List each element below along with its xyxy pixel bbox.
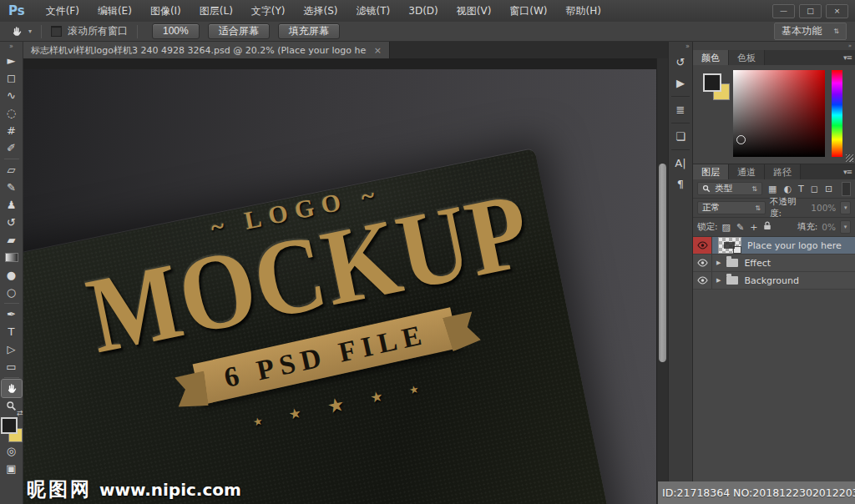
type-layer-filter-icon[interactable]: T (798, 184, 804, 194)
blur-tool[interactable]: ● (2, 266, 22, 284)
layer-row-content[interactable]: ▶Background (712, 272, 855, 289)
shape-layer-filter-icon[interactable]: ◻ (811, 184, 818, 194)
layer-visibility-toggle[interactable] (693, 272, 712, 289)
menu-item-view[interactable]: 视图(V) (448, 1, 501, 22)
menu-item-help[interactable]: 帮助(H) (557, 1, 610, 22)
styles-panel-icon[interactable]: ❏ (669, 126, 692, 147)
gradient-tool[interactable] (2, 249, 22, 266)
layers-panel-menu-icon[interactable]: ▾≡ (843, 168, 852, 176)
menu-item-file[interactable]: 文件(F) (37, 1, 89, 22)
history-brush-tool[interactable]: ↺ (2, 214, 22, 231)
canvas-image[interactable]: ~ LOGO ~ MOCKUP 6 PSD FILE ★★★★★ 昵图网 www… (23, 69, 656, 504)
watermark-site-url: www.nipic.com (99, 480, 241, 500)
eyedropper-tool[interactable]: ✐ (2, 139, 22, 157)
scroll-all-windows-label: 滚动所有窗口 (68, 24, 128, 38)
scroll-all-windows-checkbox[interactable] (51, 26, 62, 37)
layer-row[interactable]: ▶Effect (693, 255, 855, 272)
lock-transparent-pixels-icon[interactable]: ▨ (722, 222, 731, 233)
layers-tab-paths[interactable]: 路径 (765, 164, 801, 179)
layer-row[interactable]: ▶Background (693, 272, 855, 290)
foreground-color-swatch[interactable] (703, 73, 721, 92)
fill-dropdown-icon[interactable]: ▾ (840, 220, 851, 234)
blend-mode-value: 正常 (702, 202, 720, 214)
layer-row[interactable]: Place your logo here (693, 237, 855, 255)
layer-filter-toggle[interactable] (842, 182, 851, 196)
workspace-switcher[interactable]: 基本功能 ⇅ (774, 23, 847, 40)
layers-tab-channels[interactable]: 通道 (729, 164, 765, 179)
eraser-tool[interactable]: ▰ (2, 231, 22, 249)
rectangle-tool[interactable]: ▭ (2, 358, 22, 375)
menu-item-edit[interactable]: 编辑(E) (89, 1, 141, 22)
brush-tool[interactable]: ✎ (2, 179, 22, 196)
actual-pixels-button[interactable]: 100% (152, 23, 200, 39)
menu-item-filter[interactable]: 滤镜(T) (347, 1, 400, 22)
type-tool[interactable]: T (2, 323, 22, 340)
swap-colors-icon[interactable]: ⇄ (17, 409, 23, 417)
minimize-button[interactable]: — (772, 4, 795, 18)
hand-tool[interactable] (2, 380, 22, 397)
layer-row-content[interactable]: ▶Effect (712, 255, 855, 271)
adjustment-layer-filter-icon[interactable]: ◐ (783, 184, 792, 194)
scrollbar-thumb[interactable] (659, 164, 666, 362)
history-panel-icon[interactable]: ↺ (669, 52, 692, 73)
rectangular-marquee-tool[interactable]: ◻ (2, 69, 22, 87)
move-tool[interactable]: ► (2, 52, 22, 69)
foreground-color-swatch[interactable] (1, 417, 18, 434)
layer-visibility-toggle[interactable] (693, 237, 712, 254)
menu-item-layer[interactable]: 图层(L) (190, 1, 242, 22)
vertical-scrollbar[interactable] (656, 58, 669, 504)
layer-thumbnail[interactable] (718, 237, 741, 254)
tool-list: ►◻∿◌#✐▱✎♟↺▰●○✒T▷▭ (2, 52, 22, 415)
color-tab-swatches[interactable]: 色板 (729, 50, 765, 65)
quick-selection-tool[interactable]: ◌ (2, 104, 22, 122)
group-expander-icon[interactable]: ▶ (716, 260, 721, 266)
spot-healing-brush-tool[interactable]: ▱ (2, 161, 22, 179)
lock-image-pixels-icon[interactable]: ✎ (736, 222, 744, 233)
saturation-brightness-field[interactable] (733, 70, 825, 157)
clone-stamp-tool[interactable]: ♟ (2, 196, 22, 214)
menu-item-3d[interactable]: 3D(D) (399, 1, 447, 22)
dodge-tool[interactable]: ○ (2, 284, 22, 301)
paragraph-panel-icon[interactable]: ¶ (669, 174, 692, 194)
menu-item-image[interactable]: 图像(I) (141, 1, 190, 22)
menu-item-type[interactable]: 文字(Y) (242, 1, 295, 22)
adjustments-panel-icon[interactable]: ≣ (669, 99, 692, 120)
layer-list-empty-area (693, 290, 855, 504)
fit-screen-button[interactable]: 适合屏幕 (208, 23, 270, 39)
color-tab-color[interactable]: 颜色 (693, 50, 729, 65)
group-expander-icon[interactable]: ▶ (716, 277, 721, 284)
smart-object-filter-icon[interactable]: ⊡ (825, 184, 832, 194)
pixel-layer-filter-icon[interactable]: ▦ (768, 184, 777, 194)
crop-tool[interactable]: # (2, 122, 22, 139)
panel-resize-grip[interactable] (846, 154, 853, 162)
color-picker-cursor[interactable] (736, 135, 746, 144)
panels-collapse-icon[interactable]: » (693, 42, 855, 50)
menu-item-window[interactable]: 窗口(W) (500, 1, 556, 22)
close-button[interactable]: × (826, 4, 848, 18)
layer-visibility-toggle[interactable] (693, 255, 712, 271)
opacity-dropdown-icon[interactable]: ▾ (840, 201, 851, 214)
path-selection-tool[interactable]: ▷ (2, 340, 22, 358)
character-panel-icon[interactable]: A| (669, 153, 692, 174)
layers-tab-layers[interactable]: 图层 (693, 164, 729, 179)
dock-collapse-icon[interactable]: » (669, 42, 692, 52)
fill-screen-button[interactable]: 填充屏幕 (278, 23, 340, 39)
layer-row-content[interactable]: Place your logo here (712, 237, 855, 254)
document-tab[interactable]: 标志样机vi样机logo样机3 240 4928 3264.psd @ 20.2… (23, 42, 390, 58)
quick-mask-button[interactable]: ◎ (2, 442, 22, 460)
screen-mode-button[interactable]: ▣ (2, 460, 22, 477)
lock-all-icon[interactable] (763, 221, 772, 233)
maximize-button[interactable]: □ (799, 4, 822, 18)
toolbar-collapse-icon[interactable]: » (0, 42, 23, 52)
layer-filter-kind-select[interactable]: 类型 ⇅ (697, 182, 762, 195)
color-panel-menu-icon[interactable]: ▾≡ (843, 53, 852, 62)
blend-mode-select[interactable]: 正常 ⇅ (697, 201, 766, 214)
lock-position-icon[interactable]: + (750, 222, 757, 233)
lasso-tool[interactable]: ∿ (2, 87, 22, 104)
hue-slider[interactable] (832, 70, 842, 157)
tool-preset-caret-icon[interactable]: ▾ (28, 28, 32, 35)
tab-close-icon[interactable]: × (374, 45, 382, 56)
menu-item-select[interactable]: 选择(S) (295, 1, 347, 22)
pen-tool[interactable]: ✒ (2, 305, 22, 323)
actions-panel-icon[interactable]: ▶ (669, 73, 692, 93)
